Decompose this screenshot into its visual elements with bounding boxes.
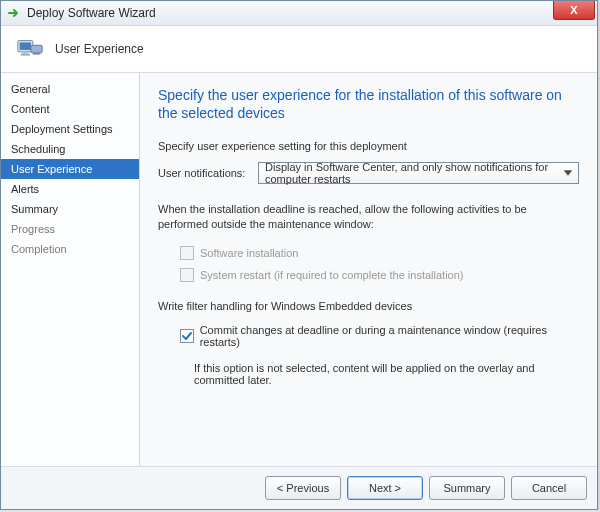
previous-button[interactable]: < Previous: [265, 476, 341, 500]
nav-completion[interactable]: Completion: [1, 239, 139, 259]
wizard-arrow-icon: [7, 6, 21, 20]
checkbox-icon: [180, 246, 194, 260]
next-button[interactable]: Next >: [347, 476, 423, 500]
deadline-text: When the installation deadline is reache…: [158, 202, 579, 232]
user-notifications-label: User notifications:: [158, 167, 258, 179]
wizard-header: User Experience: [1, 26, 597, 73]
wizard-footer: < Previous Next > Summary Cancel: [1, 466, 597, 509]
intro-text: Specify user experience setting for this…: [158, 140, 579, 152]
software-installation-checkbox: Software installation: [180, 246, 579, 260]
nav-progress[interactable]: Progress: [1, 219, 139, 239]
wizard-window: Deploy Software Wizard X User Experience…: [0, 0, 598, 510]
wizard-page: Specify the user experience for the inst…: [140, 73, 597, 466]
nav-deployment-settings[interactable]: Deployment Settings: [1, 119, 139, 139]
page-title: Specify the user experience for the inst…: [158, 87, 579, 122]
checkbox-checked-icon: [180, 329, 194, 343]
window-title: Deploy Software Wizard: [27, 6, 156, 20]
wizard-nav: General Content Deployment Settings Sche…: [1, 73, 140, 466]
cancel-button[interactable]: Cancel: [511, 476, 587, 500]
titlebar: Deploy Software Wizard X: [1, 1, 597, 26]
commit-changes-label: Commit changes at deadline or during a m…: [200, 324, 579, 348]
close-icon: X: [570, 4, 577, 16]
commit-changes-checkbox[interactable]: Commit changes at deadline or during a m…: [180, 324, 579, 348]
chevron-down-icon: [561, 166, 575, 180]
svg-rect-4: [31, 45, 42, 53]
write-filter-heading: Write filter handling for Windows Embedd…: [158, 300, 579, 312]
software-installation-label: Software installation: [200, 247, 298, 259]
nav-summary[interactable]: Summary: [1, 199, 139, 219]
nav-alerts[interactable]: Alerts: [1, 179, 139, 199]
svg-rect-2: [23, 52, 29, 54]
svg-rect-3: [21, 54, 30, 56]
summary-button[interactable]: Summary: [429, 476, 505, 500]
user-notifications-dropdown[interactable]: Display in Software Center, and only sho…: [258, 162, 579, 184]
nav-user-experience[interactable]: User Experience: [1, 159, 139, 179]
nav-general[interactable]: General: [1, 79, 139, 99]
header-label: User Experience: [55, 42, 144, 56]
close-button[interactable]: X: [553, 1, 595, 20]
svg-rect-5: [33, 53, 41, 55]
svg-rect-1: [20, 42, 31, 50]
user-notifications-value: Display in Software Center, and only sho…: [265, 161, 562, 185]
system-restart-checkbox: System restart (if required to complete …: [180, 268, 579, 282]
user-notifications-row: User notifications: Display in Software …: [158, 162, 579, 184]
commit-note: If this option is not selected, content …: [194, 362, 579, 386]
nav-scheduling[interactable]: Scheduling: [1, 139, 139, 159]
nav-content[interactable]: Content: [1, 99, 139, 119]
checkbox-icon: [180, 268, 194, 282]
system-restart-label: System restart (if required to complete …: [200, 269, 464, 281]
computer-icon: [15, 34, 45, 64]
